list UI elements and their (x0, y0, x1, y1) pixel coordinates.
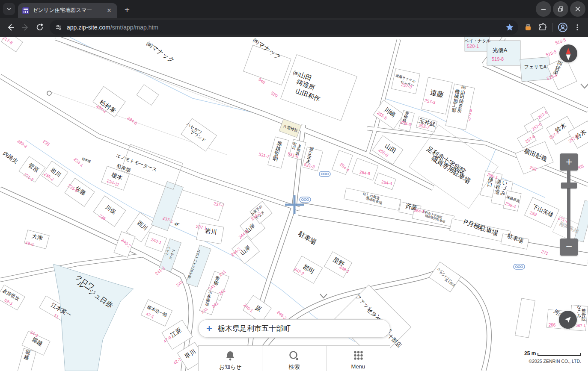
zoom-slider-track[interactable] (567, 170, 570, 238)
map-scale-bar (538, 353, 581, 356)
toolbar-label: 検索 (288, 363, 300, 371)
copyright-notice: ©2025 ZENRIN CO., LTD. (526, 359, 581, 364)
extensions-puzzle-icon[interactable] (535, 20, 550, 35)
map-label: 531-7 (258, 152, 270, 159)
tab-search-button[interactable] (3, 3, 15, 15)
map-label: 266 (549, 323, 556, 327)
menu-button[interactable]: Menu (326, 346, 390, 371)
map-label: 267-1 (576, 324, 585, 328)
grid-icon (352, 350, 364, 362)
navigation-arrow-icon (563, 315, 573, 325)
map-label: 234-8 (126, 115, 138, 126)
window-controls (536, 1, 585, 17)
compass-button[interactable] (559, 44, 577, 62)
bookmark-star-icon[interactable] (505, 23, 514, 32)
current-location-button[interactable] (559, 311, 577, 329)
forward-button[interactable] (18, 20, 33, 35)
add-location-icon[interactable]: + (206, 324, 212, 334)
search-icon (288, 350, 300, 362)
zoom-slider-handle[interactable] (561, 183, 577, 188)
map-label: 515-5 (545, 49, 557, 57)
bottom-toolbar: お知らせ 検索 Menu (198, 345, 390, 371)
map-label: 529 (270, 91, 279, 99)
traffic-signal-icon (319, 171, 330, 177)
search-button[interactable]: 検索 (262, 346, 326, 371)
tab-title: ゼンリン住宅地図スマー (33, 7, 92, 14)
reload-button[interactable] (33, 20, 47, 35)
profile-icon[interactable] (555, 20, 570, 35)
map-label: フェリモA (524, 64, 547, 69)
notifications-button[interactable]: お知らせ (199, 346, 262, 371)
restore-button[interactable] (553, 1, 568, 17)
map-label: 光優A (493, 47, 508, 53)
map-label: 4F (174, 221, 180, 227)
well-symbol (47, 91, 51, 95)
browser-titlebar: ゼンリン住宅地図スマー ✕ + (0, 0, 588, 18)
map-label: ㈱マナック (145, 40, 176, 65)
browser-window: ゼンリン住宅地図スマー ✕ + app.zip-site.com/smt/app… (0, 0, 588, 371)
address-text: 栃木県足利市五十部町 (218, 324, 291, 333)
map-label: 駐車場 (297, 230, 318, 246)
map-label: 235 (42, 139, 50, 147)
chevron-down-icon (320, 294, 327, 298)
map-label: 239-2 (16, 138, 28, 149)
map-label: ベイ・ナタル (464, 38, 491, 43)
map-label: 519-8 (492, 56, 504, 62)
back-button[interactable] (3, 20, 18, 35)
traffic-signal-icon (300, 197, 311, 202)
chevron-down-icon (6, 6, 12, 12)
toolbar-label: お知らせ (219, 363, 242, 371)
extension-robot-icon[interactable] (521, 20, 535, 35)
map-label: 520-1 (467, 44, 479, 49)
site-info-icon[interactable] (54, 23, 63, 32)
tab-close-icon[interactable]: ✕ (105, 7, 113, 15)
minimize-button[interactable] (536, 1, 551, 17)
map-label: 整骨院 (582, 308, 586, 321)
close-button[interactable] (570, 1, 585, 17)
new-tab-button[interactable]: + (121, 4, 133, 16)
address-bar[interactable]: app.zip-site.com/smt/app/map.htm (50, 20, 518, 35)
map-label: なごみ (577, 305, 582, 318)
toolbar-label: Menu (351, 363, 365, 370)
traffic-signal-icon (514, 264, 525, 269)
menu-kebab-icon[interactable] (570, 20, 585, 35)
url-text: app.zip-site.com/smt/app/map.htm (67, 24, 505, 31)
map-label: 内靖夫 (2, 150, 19, 165)
browser-tab[interactable]: ゼンリン住宅地図スマー ✕ (18, 3, 117, 18)
map-viewport[interactable]: ㈱マナック㈱マナック㈱山田鋳造所山田和作松村孝ハセガワサウンド八雲神社堀越哲朗市… (0, 37, 588, 371)
browser-navbar: app.zip-site.com/smt/app/map.htm (0, 18, 588, 37)
zenrin-favicon (22, 7, 29, 14)
navbar-divider (552, 23, 553, 32)
chevron-down-icon (581, 84, 588, 88)
bell-icon (224, 350, 236, 362)
map-scale-label: 25 m (524, 350, 536, 356)
zoom-in-button[interactable]: + (560, 153, 578, 171)
address-search-bar[interactable]: + 栃木県足利市五十部町 (198, 319, 390, 338)
compass-needle-icon (559, 44, 577, 62)
zoom-out-button[interactable]: − (560, 238, 578, 256)
